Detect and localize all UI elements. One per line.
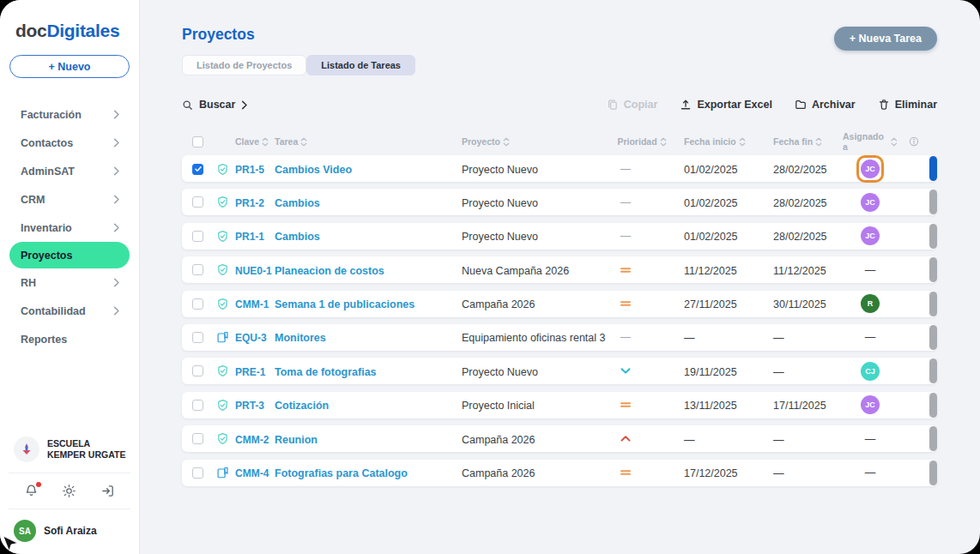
search-control[interactable]: Buscar: [182, 99, 248, 111]
row-checkbox[interactable]: [192, 231, 203, 242]
assignee-avatar[interactable]: CJ: [861, 362, 880, 381]
new-task-button[interactable]: + Nueva Tarea: [834, 27, 937, 51]
notifications-bell-icon[interactable]: [24, 484, 39, 498]
sidebar-item-label: Contactos: [21, 137, 73, 149]
start-date: 01/02/2025: [684, 164, 738, 176]
task-key[interactable]: CMM-2: [235, 434, 269, 446]
table-row[interactable]: CMM-4Fotografias para CatalogoCampaña 20…: [182, 460, 937, 486]
row-edge-bar: [929, 358, 937, 383]
shield-check-icon: [216, 432, 229, 445]
assignee-avatar[interactable]: JC: [861, 226, 880, 245]
sidebar-item-proyectos[interactable]: Proyectos: [9, 242, 130, 268]
table-row[interactable]: PRE-1Toma de fotografiasProyecto Nuevo19…: [182, 358, 937, 384]
new-button[interactable]: + Nuevo: [9, 55, 130, 78]
task-link[interactable]: Cotización: [275, 400, 329, 412]
task-link[interactable]: Cambios: [275, 197, 320, 209]
row-checkbox[interactable]: [192, 467, 203, 479]
chevron-right-icon: [113, 306, 120, 316]
task-key[interactable]: PR1-1: [235, 231, 264, 243]
shield-check-icon: [216, 298, 229, 310]
row-checkbox[interactable]: [192, 365, 203, 376]
task-key[interactable]: CMM-1: [235, 298, 269, 310]
assignee-avatar[interactable]: JC: [861, 193, 880, 212]
table-row[interactable]: CMM-2ReunionCampaña 2026———: [182, 425, 937, 452]
table-row[interactable]: NUE0-1Planeacion de costosNueva Campaña …: [182, 256, 937, 283]
table-row[interactable]: EQU-3MonitoresEquipamiento oficinas rent…: [182, 324, 937, 351]
exportar-excel-button[interactable]: Exportar Excel: [680, 99, 772, 111]
row-edge-bar: [929, 156, 937, 181]
sort-icon: [300, 137, 307, 147]
select-all-checkbox[interactable]: [192, 136, 203, 148]
current-user[interactable]: SA Sofi Araiza: [0, 509, 139, 545]
table-row[interactable]: PR1-5Cambios VideoProyecto Nuevo—01/02/2…: [182, 155, 937, 182]
task-key[interactable]: PR1-2: [235, 197, 264, 209]
table-row[interactable]: CMM-1Semana 1 de publicacionesCampaña 20…: [182, 291, 937, 317]
column-header-fecha-inicio[interactable]: Fecha inicio: [684, 136, 773, 147]
end-date: 28/02/2025: [773, 197, 827, 209]
assignee-avatar[interactable]: JC: [861, 395, 880, 414]
column-header-asignado[interactable]: Asignado a: [843, 131, 898, 152]
row-checkbox[interactable]: [192, 264, 203, 275]
logout-icon[interactable]: [100, 484, 115, 498]
task-key[interactable]: PRE-1: [235, 366, 265, 378]
sidebar-item-reportes[interactable]: Reportes: [0, 325, 139, 353]
task-link[interactable]: Monitores: [275, 332, 326, 344]
assignee-avatar[interactable]: R: [861, 294, 880, 313]
start-date: —: [684, 332, 695, 344]
task-key[interactable]: PR1-5: [235, 164, 264, 176]
task-link[interactable]: Reunion: [275, 434, 318, 446]
tab-listado-de-tareas[interactable]: Listado de Tareas: [306, 55, 415, 75]
organization[interactable]: ESCUELA KEMPER URGATE: [0, 437, 139, 473]
sort-icon: [815, 137, 822, 147]
task-link[interactable]: Toma de fotografias: [275, 366, 377, 378]
priority-none: —: [600, 196, 651, 208]
task-key[interactable]: PRT-3: [235, 400, 264, 412]
sidebar-item-contabilidad[interactable]: Contabilidad: [0, 297, 139, 325]
table-body: PR1-5Cambios VideoProyecto Nuevo—01/02/2…: [182, 155, 937, 486]
priority-none: —: [600, 163, 651, 175]
sidebar-item-crm[interactable]: CRM: [0, 185, 139, 214]
start-date: 11/12/2025: [684, 265, 737, 277]
task-link[interactable]: Planeacion de costos: [275, 265, 384, 277]
task-link[interactable]: Cambios: [275, 231, 320, 243]
task-key[interactable]: NUE0-1: [235, 265, 272, 277]
organization-logo: [14, 437, 39, 462]
column-header-clave[interactable]: Clave: [235, 136, 275, 147]
project-name: Proyecto Inicial: [462, 400, 535, 412]
row-checkbox[interactable]: [192, 332, 203, 343]
column-header-proyecto[interactable]: Proyecto: [462, 136, 600, 147]
task-key[interactable]: CMM-4: [235, 467, 269, 479]
sidebar-item-adminsat[interactable]: AdminSAT: [0, 157, 139, 185]
priority-medium-icon: [620, 299, 632, 308]
search-label: Buscar: [199, 99, 235, 111]
info-icon[interactable]: [898, 136, 930, 147]
eliminar-button[interactable]: Eliminar: [878, 99, 937, 111]
table-row[interactable]: PR1-2CambiosProyecto Nuevo—01/02/202528/…: [182, 189, 937, 215]
task-link[interactable]: Semana 1 de publicaciones: [275, 298, 414, 310]
task-link[interactable]: Fotografias para Catalogo: [275, 467, 408, 479]
tab-listado-de-proyectos[interactable]: Listado de Proyectos: [182, 55, 306, 75]
sidebar-item-rh[interactable]: RH: [0, 268, 139, 297]
row-edge-bar: [929, 393, 937, 418]
row-checkbox[interactable]: [192, 400, 203, 411]
sidebar-item-label: AdminSAT: [21, 166, 75, 178]
task-key[interactable]: EQU-3: [235, 332, 267, 344]
row-checkbox[interactable]: [192, 433, 203, 444]
table-row[interactable]: PRT-3CotizaciónProyecto Inicial13/11/202…: [182, 392, 937, 419]
main-content: Proyectos Listado de ProyectosListado de…: [140, 0, 980, 554]
archivar-button[interactable]: Archivar: [795, 99, 856, 111]
settings-gear-icon[interactable]: [62, 484, 76, 498]
sidebar-item-facturacion[interactable]: Facturación: [0, 100, 139, 129]
row-checkbox[interactable]: [192, 164, 203, 175]
task-link[interactable]: Cambios Video: [275, 164, 352, 176]
table-row[interactable]: PR1-1CambiosProyecto Nuevo—01/02/202528/…: [182, 223, 937, 250]
sidebar-item-inventario[interactable]: Inventario: [0, 214, 139, 242]
column-header-fecha-fin[interactable]: Fecha fin: [773, 136, 843, 147]
assignee-avatar[interactable]: JC: [861, 160, 880, 178]
column-header-prioridad[interactable]: Prioridad: [600, 136, 684, 147]
row-checkbox[interactable]: [192, 298, 203, 310]
row-checkbox[interactable]: [192, 196, 203, 208]
column-header-tarea[interactable]: Tarea: [275, 136, 462, 147]
row-edge-bar: [929, 461, 937, 485]
sidebar-item-contactos[interactable]: Contactos: [0, 129, 139, 157]
